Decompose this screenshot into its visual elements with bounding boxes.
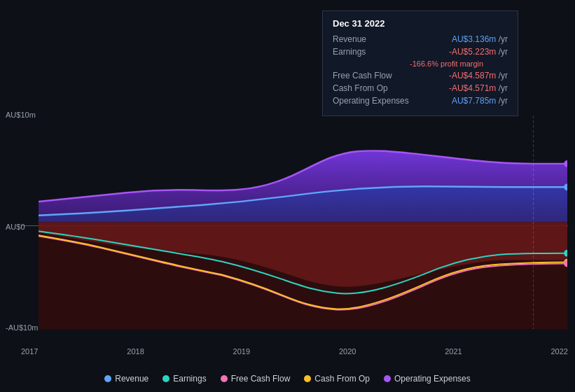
legend-fcf: Free Cash Flow <box>221 374 291 384</box>
x-label-2017: 2017 <box>21 347 38 356</box>
legend-opex-dot <box>384 375 391 382</box>
legend-revenue-label: Revenue <box>115 374 148 384</box>
tooltip-opex-row: Operating Expenses AU$7.785m /yr <box>333 96 508 106</box>
y-label-zero: AU$0 <box>6 223 25 231</box>
tooltip-fcf-label: Free Cash Flow <box>333 71 410 80</box>
tooltip-opex-label: Operating Expenses <box>333 96 410 106</box>
y-label-bottom: -AU$10m <box>6 323 38 332</box>
tooltip-revenue-row: Revenue AU$3.136m /yr <box>333 34 508 44</box>
legend-fcf-label: Free Cash Flow <box>231 374 291 384</box>
legend-cfo-dot <box>304 375 311 382</box>
tooltip-fcf-value: -AU$4.587m /yr <box>449 71 508 80</box>
data-tooltip: Dec 31 2022 Revenue AU$3.136m /yr Earnin… <box>322 10 518 116</box>
x-label-2020: 2020 <box>339 347 356 356</box>
x-label-2021: 2021 <box>445 347 462 356</box>
legend-cfo-label: Cash From Op <box>314 374 370 384</box>
main-chart[interactable] <box>39 115 567 329</box>
legend-earnings-label: Earnings <box>173 374 206 384</box>
tooltip-cfo-label: Cash From Op <box>333 83 410 93</box>
tooltip-earnings-row: Earnings -AU$5.223m /yr <box>333 47 508 57</box>
tooltip-profit-margin: -166.6% profit margin <box>410 59 508 68</box>
tooltip-fcf-row: Free Cash Flow -AU$4.587m /yr <box>333 71 508 80</box>
tooltip-cfo-value: -AU$4.571m /yr <box>449 83 508 93</box>
y-label-top: AU$10m <box>6 111 36 119</box>
legend-fcf-dot <box>221 375 228 382</box>
legend-opex-label: Operating Expenses <box>394 374 471 384</box>
legend-revenue-dot <box>104 375 111 382</box>
legend-cfo: Cash From Op <box>304 374 370 384</box>
tooltip-title: Dec 31 2022 <box>333 18 508 29</box>
tooltip-revenue-value: AU$3.136m /yr <box>452 34 508 44</box>
chart-legend: Revenue Earnings Free Cash Flow Cash Fro… <box>0 374 575 384</box>
x-axis-labels: 2017 2018 2019 2020 2021 2022 <box>21 347 568 356</box>
tooltip-cfo-row: Cash From Op -AU$4.571m /yr <box>333 83 508 93</box>
legend-opex: Operating Expenses <box>384 374 471 384</box>
tooltip-opex-value: AU$7.785m /yr <box>452 96 508 106</box>
legend-earnings: Earnings <box>162 374 206 384</box>
x-label-2019: 2019 <box>233 347 250 356</box>
x-label-2018: 2018 <box>127 347 144 356</box>
x-label-2022: 2022 <box>550 347 567 356</box>
legend-earnings-dot <box>162 375 169 382</box>
tooltip-earnings-value: -AU$5.223m /yr <box>449 47 508 57</box>
legend-revenue: Revenue <box>104 374 148 384</box>
tooltip-earnings-label: Earnings <box>333 47 410 57</box>
tooltip-revenue-label: Revenue <box>333 34 410 44</box>
